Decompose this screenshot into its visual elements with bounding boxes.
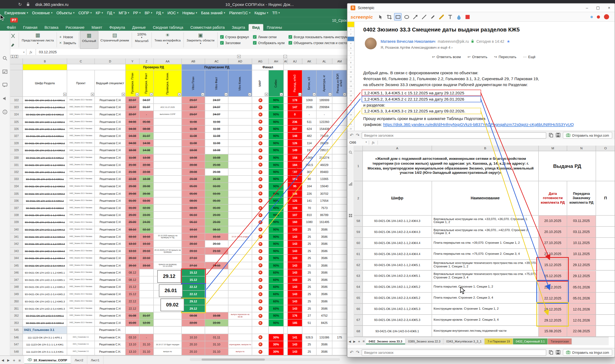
cell-vor[interactable] (333, 219, 347, 226)
cell-spacer[interactable] (284, 190, 288, 197)
cell-armatura[interactable]: 3586 (317, 269, 333, 277)
cell-vitro-fact[interactable]: 03.09 (205, 190, 229, 197)
cell-rashod[interactable]: 143 (288, 291, 302, 298)
reload-icon[interactable]: ↻ (18, 2, 22, 7)
cell-lead[interactable]: Решетников С.Н (95, 204, 125, 212)
cell-vor[interactable] (333, 176, 347, 183)
column-header[interactable]: Расход из ВОР, кг/м3▾ (333, 70, 347, 97)
column-letter[interactable]: AD (228, 58, 252, 64)
cell-check-plan[interactable]: 03.10 (126, 334, 139, 341)
cell-mfr[interactable]: × (252, 204, 269, 212)
cell-spacer[interactable] (284, 104, 288, 111)
column-letter[interactable]: AG (252, 58, 269, 64)
cell-lead[interactable]: Решетников С.Н (95, 269, 125, 277)
cell-spacer[interactable] (284, 204, 288, 212)
cell-rashod[interactable]: 143 (288, 262, 302, 269)
cell-lead[interactable]: Решетников С.Н (95, 154, 125, 161)
cell-beton[interactable]: 1369 (302, 154, 317, 161)
row-header[interactable]: 324 (10, 111, 23, 118)
cell-beton[interactable]: 114 (302, 140, 317, 147)
grid-corner[interactable] (10, 64, 23, 70)
cell-vitro-comment[interactable] (228, 334, 252, 341)
cell-vor[interactable] (333, 320, 347, 327)
cell-shifr[interactable]: 111-1123-ОК-1/Н-3.1-1-2,3-КЖ1 (23, 348, 67, 355)
cell-sebes[interactable]: 60% (269, 291, 284, 298)
cell-vor[interactable] (333, 284, 347, 291)
cell-project[interactable]: 0402_Зюзино 33.3 / Каховка (67, 262, 95, 269)
cell-lead[interactable]: Решетников С.Н (95, 284, 125, 291)
cell-check-comment[interactable] (154, 161, 182, 169)
filter-icon[interactable]: ▾ (329, 93, 332, 96)
cell-check-comment[interactable] (154, 241, 182, 248)
cell-project[interactable]: 0421_Гольяново 3.1 (67, 341, 95, 348)
text-tool-button[interactable] (446, 13, 454, 20)
cell-vitro-plan[interactable]: 29.12 (182, 298, 205, 305)
cell-sebes[interactable]: 60% (269, 298, 284, 305)
cell-check-plan[interactable]: 15.09 (126, 320, 139, 327)
cell-vitro-plan[interactable]: 15.12 (182, 269, 205, 277)
comments-icon[interactable] (2, 82, 8, 89)
cell-vitro-fact[interactable]: 11.08 (205, 118, 229, 126)
column-group-header[interactable] (23, 64, 67, 70)
cell-lead[interactable]: Решетников С.Н (95, 133, 125, 140)
cell-check-fact[interactable]: 02.09 (139, 204, 154, 212)
cell-shifr[interactable]: 93-0421-ОК-1/Н-14/2-0-0-КЖ6.2 (23, 320, 67, 327)
cell-vitro-plan[interactable]: 06.10 (182, 212, 205, 219)
cell-mfr[interactable]: × (252, 219, 269, 226)
cell-rashod[interactable]: 143 (288, 255, 302, 262)
cell-vor[interactable] (333, 348, 347, 355)
cell-beton[interactable]: 928,5 (302, 334, 317, 341)
screenpic-titlebar[interactable]: S Screenpic – ▢ × (347, 3, 614, 12)
cell-check-plan[interactable]: 11.08 (126, 154, 139, 161)
cell-check-fact[interactable]: 22.10 (139, 255, 154, 262)
column-letter[interactable]: AM (333, 58, 347, 64)
cell-armatura[interactable]: 46029 (317, 161, 333, 169)
cell-rashod[interactable]: 178 (288, 97, 302, 104)
cell-project[interactable]: 0402_Зюзино 33.3 / Каховка (67, 197, 95, 205)
cell-spacer[interactable] (284, 118, 288, 126)
view-checkbox[interactable]: ✓Всегда показывать панель инструментов (289, 35, 356, 39)
cell-check-plan[interactable]: 13.10 (126, 341, 139, 348)
cell-lead[interactable]: Решетников С.Н (95, 197, 125, 205)
column-letter[interactable]: B (23, 58, 67, 64)
cell-spacer[interactable] (284, 154, 288, 161)
cell-lead[interactable]: Решетников С.Н. (95, 334, 125, 341)
cell-check-fact[interactable]: 01.07 (139, 104, 154, 111)
cell-vitro-fact[interactable]: 22.09 (205, 320, 229, 327)
row-header[interactable]: 351 (10, 305, 23, 312)
cell-check-plan[interactable]: 03.10 (126, 226, 139, 234)
cell-vitro-comment[interactable] (228, 154, 252, 161)
cell-check-comment[interactable] (154, 226, 182, 234)
cell-sebes[interactable]: 90% (269, 97, 284, 104)
cell-sebes[interactable]: 90% (269, 111, 284, 118)
cell-vitro-plan[interactable]: 11.08 (182, 125, 205, 133)
column-group-collapse[interactable]: − (283, 55, 287, 58)
row-header[interactable]: 350 (10, 298, 23, 305)
row-header[interactable]: 344 (10, 255, 23, 262)
cell-vitro-comment[interactable] (228, 104, 252, 111)
cell-vitro-plan[interactable]: 20.10 (182, 348, 205, 355)
cell-shifr[interactable]: 93-0421-ОК-1/Н-14/2-0-0-КЖ3.2 (23, 197, 67, 205)
close-view-button[interactable]: ×Закрыть (59, 41, 76, 45)
cell-armatura[interactable]: 3586 (317, 284, 333, 291)
cell-armatura[interactable]: 26929 (317, 140, 333, 147)
ribbon-tab[interactable]: Вставка (41, 24, 62, 31)
cell-project[interactable]: 0402_Зюзино 33.3 / Каховка (67, 161, 95, 169)
cell-vitro-plan[interactable]: 11.08 (182, 133, 205, 140)
cell-rashod[interactable]: 0 (288, 111, 302, 118)
sound-icon[interactable] (2, 96, 8, 103)
pencil-tool-button[interactable] (429, 13, 436, 20)
column-header[interactable]: МФР▾ (252, 70, 269, 97)
row-header[interactable]: 341 (10, 233, 23, 241)
cell-mfr[interactable]: × (252, 262, 269, 269)
cell-lead[interactable]: Решетников С.Н (95, 161, 125, 169)
cell-vor[interactable] (333, 183, 347, 190)
column-letter[interactable]: AA (154, 58, 182, 64)
cell-vitro-fact[interactable]: 31.10 (205, 341, 229, 348)
cell-vitro-plan[interactable]: 05.09 (182, 183, 205, 190)
cell-mfr[interactable]: × (252, 320, 269, 327)
cell-vitro-plan[interactable]: 06.10 (182, 219, 205, 226)
cell-beton[interactable]: 226 (302, 190, 317, 197)
cell-beton[interactable]: 25 (302, 226, 317, 234)
cell-armatura[interactable]: 17654 (317, 197, 333, 205)
